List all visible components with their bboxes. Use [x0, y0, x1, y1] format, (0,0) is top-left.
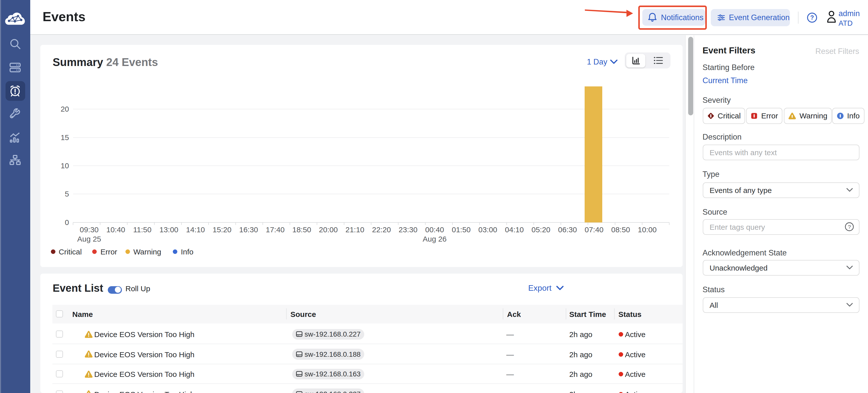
svg-text:15:20: 15:20	[213, 225, 231, 234]
svg-text:23:30: 23:30	[399, 225, 417, 234]
svg-text:21:10: 21:10	[345, 225, 364, 234]
svg-text:?: ?	[810, 14, 814, 21]
svg-text:10:40: 10:40	[106, 225, 125, 234]
svg-text:0: 0	[65, 218, 69, 226]
svg-text:15: 15	[61, 133, 69, 142]
svg-text:00:40: 00:40	[425, 225, 444, 234]
svg-text:09:30: 09:30	[80, 225, 98, 234]
svg-text:08:50: 08:50	[611, 225, 630, 234]
svg-text:5: 5	[65, 190, 69, 198]
svg-text:07:40: 07:40	[585, 225, 603, 234]
svg-text:14:10: 14:10	[186, 225, 205, 234]
svg-text:17:40: 17:40	[266, 225, 285, 234]
svg-text:06:30: 06:30	[558, 225, 577, 234]
svg-text:13:00: 13:00	[159, 225, 178, 234]
svg-text:20:00: 20:00	[319, 225, 338, 234]
svg-text:20: 20	[61, 105, 69, 113]
svg-text:10: 10	[61, 161, 69, 170]
svg-text:04:10: 04:10	[505, 225, 524, 234]
svg-text:Aug 26: Aug 26	[423, 235, 446, 243]
svg-text:01:50: 01:50	[452, 225, 470, 234]
svg-text:Aug 25: Aug 25	[77, 235, 101, 243]
svg-text:10:00: 10:00	[638, 225, 657, 234]
svg-text:22:20: 22:20	[372, 225, 391, 234]
svg-text:05:20: 05:20	[531, 225, 550, 234]
svg-text:11:50: 11:50	[133, 225, 152, 234]
svg-text:?: ?	[847, 224, 850, 230]
svg-text:18:50: 18:50	[292, 225, 311, 234]
svg-text:16:30: 16:30	[239, 225, 258, 234]
svg-text:03:00: 03:00	[478, 225, 497, 234]
